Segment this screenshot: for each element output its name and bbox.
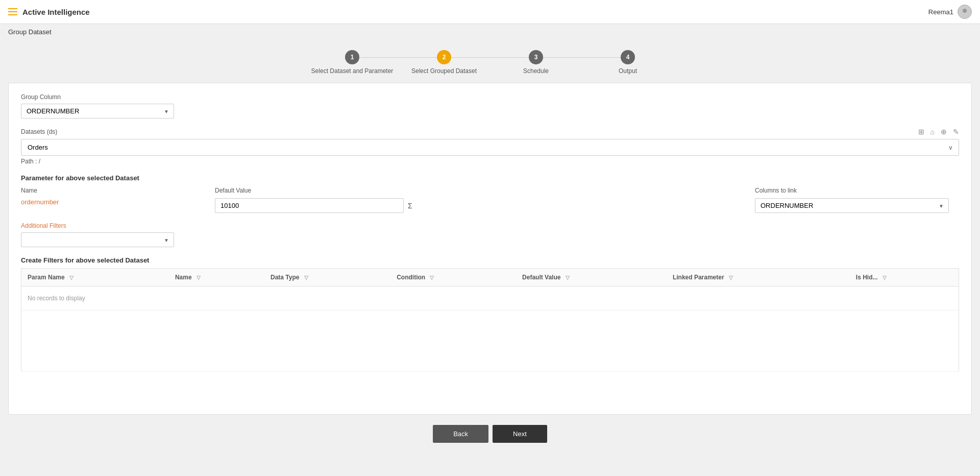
create-filters-title: Create Filters for above selected Datase… (21, 256, 959, 264)
th-param-name: Param Name ▽ (21, 269, 169, 287)
columns-select-wrapper: ORDERNUMBER ▼ (755, 198, 949, 213)
edit-icon[interactable]: ✎ (953, 128, 959, 136)
step-1-label: Select Dataset and Parameter (311, 67, 394, 75)
data-type-filter-icon[interactable]: ▽ (304, 275, 308, 280)
table-empty-row (21, 311, 959, 372)
columns-select[interactable]: ORDERNUMBER (755, 198, 949, 213)
param-default-col: Default Value Σ (215, 187, 749, 213)
hamburger-icon[interactable] (8, 8, 17, 15)
th-name: Name ▽ (169, 269, 264, 287)
next-button[interactable]: Next (493, 425, 547, 443)
param-name-filter-icon[interactable]: ▽ (69, 275, 74, 280)
additional-filters-select-wrapper: ▼ (21, 232, 174, 247)
param-columns-headers: Name ordernumber Default Value Σ Columns… (21, 187, 959, 213)
th-is-hidden: Is Hid... ▽ (850, 269, 959, 287)
group-column-select[interactable]: ORDERNUMBER (21, 104, 174, 118)
th-data-type: Data Type ▽ (264, 269, 390, 287)
back-button[interactable]: Back (433, 425, 488, 443)
no-records-row: No records to display (21, 287, 959, 311)
datasets-icons: ⊞ ⌂ ⊕ ✎ (918, 128, 959, 136)
dataset-select-wrapper: Orders ∨ (21, 139, 959, 156)
sigma-icon[interactable]: Σ (408, 202, 412, 210)
group-column-wrapper: ORDERNUMBER ▼ (21, 104, 174, 118)
path-value: / (39, 158, 40, 165)
path-label: Path : (21, 158, 37, 165)
default-value-row: Σ (215, 198, 749, 213)
step-1: 1 Select Dataset and Parameter (306, 50, 398, 75)
step-3-label: Schedule (523, 67, 549, 75)
step-4-label: Output (619, 67, 637, 75)
step-2-label: Select Grouped Dataset (411, 67, 477, 75)
table-icon[interactable]: ⊞ (918, 128, 924, 136)
datasets-label: Datasets (ds) (21, 128, 57, 135)
default-value-filter-icon[interactable]: ▽ (566, 275, 570, 280)
param-name-col: Name ordernumber (21, 187, 215, 206)
user-name: Reema1 (928, 8, 953, 16)
header-right: Reema1 (928, 5, 972, 19)
param-columns-header: Columns to link (755, 187, 959, 194)
additional-filters-select[interactable] (21, 232, 174, 247)
param-default-header: Default Value (215, 187, 749, 194)
param-section-title: Parameter for above selected Dataset (21, 174, 959, 182)
param-name-header: Name (21, 187, 215, 194)
group-column-label: Group Column (21, 93, 959, 101)
th-default-value: Default Value ▽ (516, 269, 667, 287)
datasets-header: Datasets (ds) ⊞ ⌂ ⊕ ✎ (21, 128, 959, 136)
step-2-circle: 2 (437, 50, 451, 64)
step-2: 2 Select Grouped Dataset (398, 50, 490, 75)
stepper: 1 Select Dataset and Parameter 2 Select … (0, 40, 980, 83)
header-left: Active Intelligence (8, 8, 90, 16)
svg-point-1 (961, 13, 968, 17)
param-link-col: Columns to link ORDERNUMBER ▼ (755, 187, 959, 213)
th-linked-param: Linked Parameter ▽ (667, 269, 850, 287)
is-hidden-filter-icon[interactable]: ▽ (883, 275, 887, 280)
condition-filter-icon[interactable]: ▽ (430, 275, 434, 280)
th-condition: Condition ▽ (390, 269, 516, 287)
step-1-circle: 1 (345, 50, 359, 64)
home-icon[interactable]: ⌂ (930, 128, 935, 136)
step-3: 3 Schedule (490, 50, 582, 75)
table-header-row: Param Name ▽ Name ▽ Data Type ▽ Conditio… (21, 269, 959, 287)
name-filter-icon[interactable]: ▽ (197, 275, 201, 280)
footer: Back Next (0, 415, 980, 453)
default-value-input[interactable] (215, 198, 404, 213)
main-card: Group Column ORDERNUMBER ▼ Datasets (ds)… (8, 83, 972, 415)
step-4-circle: 4 (621, 50, 635, 64)
linked-param-filter-icon[interactable]: ▽ (729, 275, 733, 280)
header: Active Intelligence Reema1 (0, 0, 980, 24)
additional-filters-section: Additional Filters ▼ (21, 222, 959, 247)
user-avatar (958, 5, 972, 19)
header-title: Active Intelligence (22, 8, 90, 16)
filters-table: Param Name ▽ Name ▽ Data Type ▽ Conditio… (21, 268, 959, 372)
step-3-circle: 3 (529, 50, 543, 64)
svg-point-0 (963, 9, 967, 13)
no-records-cell: No records to display (21, 287, 959, 311)
step-4: 4 Output (582, 50, 674, 75)
param-name-value: ordernumber (21, 198, 215, 206)
page-title: Group Dataset (0, 24, 980, 40)
path-row: Path : / (21, 158, 959, 165)
dataset-select[interactable]: Orders (21, 139, 959, 156)
add-icon[interactable]: ⊕ (941, 128, 947, 136)
additional-filters-label: Additional Filters (21, 222, 959, 229)
